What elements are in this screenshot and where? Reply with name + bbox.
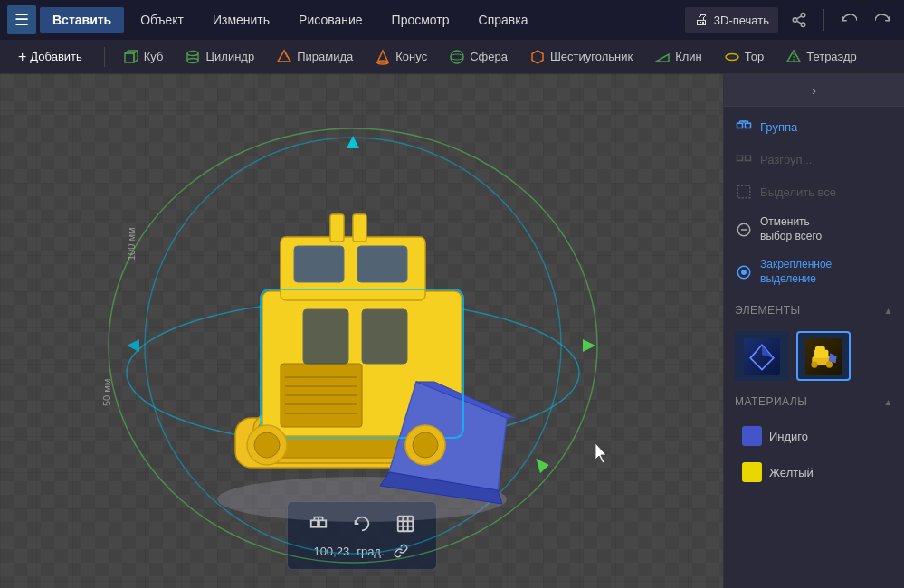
- svg-rect-62: [397, 517, 413, 532]
- transform-button[interactable]: [393, 511, 418, 536]
- ruler-bottom: 50 мм: [101, 379, 112, 406]
- materials-list: Индиго Желтый: [724, 415, 904, 493]
- panel-collapse-button[interactable]: ›: [724, 74, 904, 107]
- material-yellow[interactable]: Желтый: [735, 457, 893, 488]
- shape-torus[interactable]: Тор: [720, 47, 767, 67]
- rotation-number: 100,23: [313, 545, 349, 558]
- panel-ungroup-item[interactable]: Разгруп...: [724, 143, 904, 175]
- svg-point-27: [127, 300, 579, 445]
- printer-icon: 🖨: [694, 12, 709, 28]
- toolbar-divider-1: [104, 47, 105, 67]
- panel-deselect-item[interactable]: Отменитьвыбор всего: [724, 208, 904, 251]
- shape-cube[interactable]: Куб: [119, 47, 167, 67]
- svg-rect-67: [737, 123, 743, 128]
- fixed-select-icon: [735, 263, 753, 281]
- shape-cylinder[interactable]: Цилиндр: [181, 47, 258, 67]
- shape-sphere[interactable]: Сфера: [445, 47, 511, 67]
- svg-rect-41: [281, 364, 362, 427]
- panel-fixed-select-item[interactable]: Закрепленноевыделение: [724, 251, 904, 293]
- svg-rect-51: [261, 289, 463, 438]
- ruler-left: 100 мм: [126, 227, 137, 261]
- shape-pyramid[interactable]: Пирамида: [272, 47, 357, 67]
- yellow-swatch: [742, 462, 762, 482]
- svg-rect-74: [746, 156, 751, 160]
- svg-point-0: [801, 14, 805, 18]
- menu-tab-view[interactable]: Просмотр: [379, 7, 462, 33]
- svg-rect-37: [262, 291, 462, 436]
- canvas-area[interactable]: 100 мм 50 мм: [0, 74, 723, 588]
- toolbar-icons: [306, 511, 418, 536]
- svg-rect-40: [357, 246, 407, 282]
- svg-rect-47: [303, 309, 348, 364]
- menu-tab-change[interactable]: Изменить: [200, 7, 282, 33]
- element-blue-thumb[interactable]: [735, 331, 789, 381]
- svg-rect-48: [362, 309, 407, 364]
- rotation-unit: град.: [357, 545, 384, 558]
- svg-marker-20: [532, 51, 543, 63]
- svg-point-85: [811, 361, 817, 367]
- svg-rect-49: [330, 214, 344, 242]
- svg-point-86: [826, 361, 833, 367]
- undo-button[interactable]: [835, 6, 862, 33]
- yellow-label: Желтый: [769, 466, 814, 479]
- svg-point-55: [413, 432, 438, 458]
- hamburger-menu[interactable]: ☰: [7, 5, 36, 34]
- rotation-value: 100,23 град.: [313, 542, 409, 560]
- redo-button[interactable]: [870, 6, 897, 33]
- svg-rect-5: [125, 53, 134, 62]
- add-button[interactable]: Добавить: [11, 45, 90, 69]
- svg-line-15: [284, 51, 288, 58]
- svg-marker-29: [347, 136, 359, 148]
- svg-rect-75: [737, 185, 750, 198]
- svg-line-3: [796, 21, 801, 24]
- menu-tab-object[interactable]: Объект: [128, 7, 196, 33]
- panel-actions-section: Группа Разгруп... Выделить все: [724, 107, 904, 297]
- cylinder-label: Цилиндр: [205, 50, 254, 63]
- shape-hex[interactable]: Шестиугольник: [526, 47, 636, 67]
- menu-tab-insert[interactable]: Вставить: [40, 7, 124, 33]
- group-objects-button[interactable]: [306, 511, 331, 536]
- menu-tab-draw[interactable]: Рисование: [286, 7, 376, 33]
- svg-point-79: [742, 270, 747, 275]
- svg-rect-57: [319, 520, 325, 526]
- rotate-button[interactable]: [349, 511, 375, 536]
- fixed-select-label: Закрепленноевыделение: [760, 258, 832, 286]
- menu-tab-help[interactable]: Справка: [466, 7, 541, 33]
- share-button[interactable]: [785, 6, 813, 33]
- sphere-label: Сфера: [470, 50, 508, 63]
- select-all-label: Выделить все: [760, 185, 836, 199]
- svg-point-53: [254, 432, 280, 458]
- collapse-icon: ›: [812, 83, 816, 98]
- deselect-icon: [735, 221, 753, 239]
- svg-marker-30: [583, 339, 595, 352]
- link-icon[interactable]: [392, 542, 410, 560]
- shape-cone[interactable]: Конус: [371, 47, 431, 67]
- deselect-label: Отменитьвыбор всего: [760, 215, 822, 243]
- materials-chevron[interactable]: ▲: [884, 397, 893, 407]
- menu-separator: [823, 9, 824, 31]
- materials-label: Материалы: [735, 395, 807, 408]
- materials-section-header: Материалы ▲: [724, 388, 904, 415]
- svg-point-26: [109, 128, 597, 563]
- elements-chevron[interactable]: ▲: [884, 306, 893, 316]
- material-indigo[interactable]: Индиго: [735, 421, 893, 451]
- svg-marker-31: [127, 339, 139, 352]
- indigo-label: Индиго: [769, 430, 808, 443]
- svg-marker-14: [278, 51, 290, 62]
- tetra-label: Тетраэдр: [806, 50, 857, 63]
- menu-bar: ☰ Вставить Объект Изменить Рисование Про…: [0, 0, 904, 40]
- svg-rect-35: [253, 413, 434, 463]
- shape-tetra[interactable]: Тетраэдр: [782, 47, 861, 67]
- svg-line-4: [796, 16, 801, 19]
- indigo-swatch: [742, 426, 762, 446]
- svg-point-13: [187, 58, 198, 62]
- shape-wedge[interactable]: Клин: [651, 47, 706, 67]
- cone-label: Конус: [395, 50, 427, 63]
- svg-point-52: [247, 425, 287, 465]
- panel-select-all-item[interactable]: Выделить все: [724, 175, 904, 208]
- print-3d-button[interactable]: 🖨 3D-печать: [685, 7, 778, 33]
- svg-rect-34: [235, 418, 416, 468]
- svg-rect-84: [815, 346, 825, 351]
- element-yellow-thumb[interactable]: [796, 331, 851, 381]
- panel-group-item[interactable]: Группа: [724, 110, 904, 143]
